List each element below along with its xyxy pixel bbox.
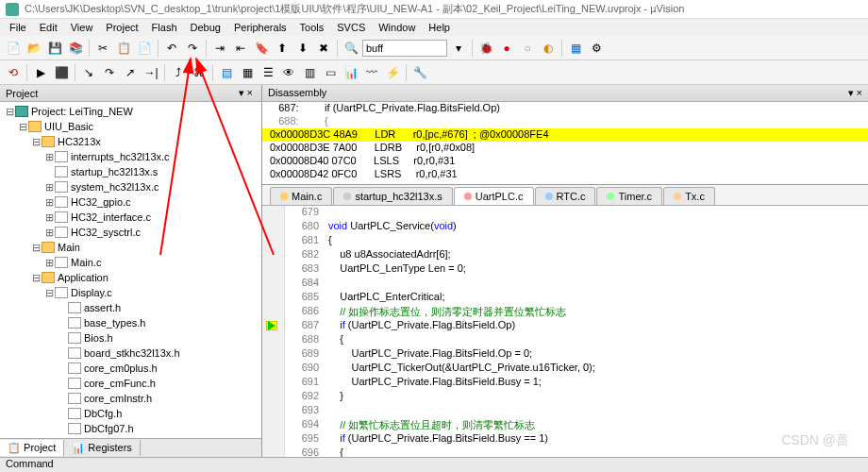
bottom-tab-project[interactable]: 📋 Project xyxy=(0,440,64,456)
stop-button[interactable]: ⬛ xyxy=(52,63,71,82)
menu-project[interactable]: Project xyxy=(100,20,143,35)
tree-item[interactable]: ⊞HC32_gpio.c xyxy=(2,194,259,210)
tree-item[interactable]: ⊞interrupts_hc32l13x.c xyxy=(2,149,259,164)
file-tab[interactable]: UartPLC.c xyxy=(454,187,534,205)
tree-item[interactable]: base_types.h xyxy=(2,315,259,330)
file-tab[interactable]: Timer.c xyxy=(596,187,662,205)
command-bar: Command xyxy=(0,457,868,472)
project-panel: Project ▾ × ⊟Project: LeiTing_NEW⊟UIU_Ba… xyxy=(0,85,262,457)
menu-view[interactable]: View xyxy=(65,20,99,35)
debug-button[interactable]: 🐞 xyxy=(476,39,495,58)
trace-button[interactable]: 〰 xyxy=(362,63,381,82)
code-editor[interactable]: 6796806816826836846856866876886896906916… xyxy=(262,206,868,457)
tree-item[interactable]: ⊟Display.c xyxy=(2,285,259,300)
file-tab[interactable]: Main.c xyxy=(270,187,332,205)
tree-item[interactable]: ⊟HC3213x xyxy=(2,134,259,149)
tree-item[interactable]: DbCfg.h xyxy=(2,406,259,421)
bookmark-button[interactable]: 🔖 xyxy=(252,39,271,58)
system-button[interactable]: ⚡ xyxy=(383,63,402,82)
watch-button[interactable]: 👁 xyxy=(279,63,298,82)
command-button[interactable]: ⌘ xyxy=(190,63,209,82)
line-numbers: 6796806816826836846856866876886896906916… xyxy=(285,206,325,457)
tree-item[interactable]: core_cmFunc.h xyxy=(2,376,259,391)
reset-button[interactable]: ⟲ xyxy=(4,63,23,82)
tree-item[interactable]: ⊞Main.c xyxy=(2,255,259,270)
open-button[interactable]: 📂 xyxy=(25,39,43,58)
run-to-cursor-button[interactable]: →| xyxy=(142,63,160,82)
new-button[interactable]: 📄 xyxy=(4,39,23,58)
tree-item[interactable]: assert.h xyxy=(2,300,259,315)
toolbox-button[interactable]: 🔧 xyxy=(410,63,429,82)
code-text[interactable]: void UartPLC_Service(void){ u8 u8Associa… xyxy=(325,206,868,457)
show-next-button[interactable]: ⤴ xyxy=(169,63,188,82)
tree-item[interactable]: startup_hc32l13x.s xyxy=(2,164,259,179)
menu-debug[interactable]: Debug xyxy=(185,20,226,35)
disasm-window-button[interactable]: ▤ xyxy=(217,63,236,82)
run-button[interactable]: ▶ xyxy=(31,63,50,82)
command-label: Command xyxy=(6,458,54,469)
tree-item[interactable]: ⊟Project: LeiTing_NEW xyxy=(2,104,259,119)
breakpoint-kill-button[interactable]: ◐ xyxy=(539,39,558,58)
indent-button[interactable]: ⇥ xyxy=(210,39,229,58)
step-over-button[interactable]: ↷ xyxy=(100,63,119,82)
menu-window[interactable]: Window xyxy=(373,20,421,35)
find-input[interactable] xyxy=(362,40,447,57)
file-tab[interactable]: startup_hc32l13x.s xyxy=(333,187,452,205)
menu-file[interactable]: File xyxy=(4,20,32,35)
tree-item[interactable]: board_stkhc32l13x.h xyxy=(2,346,259,361)
project-tree[interactable]: ⊟Project: LeiTing_NEW⊟UIU_Basic⊟HC3213x⊞… xyxy=(0,102,261,438)
watermark: CSDN @蔷 xyxy=(781,432,849,449)
step-out-button[interactable]: ↗ xyxy=(121,63,140,82)
find-button[interactable]: 🔍 xyxy=(342,39,360,58)
menu-peripherals[interactable]: Peripherals xyxy=(228,20,292,35)
menu-help[interactable]: Help xyxy=(423,20,456,35)
config-button[interactable]: ⚙ xyxy=(587,39,606,58)
tree-item[interactable]: ⊟Application xyxy=(2,270,259,285)
project-panel-close[interactable]: ▾ × xyxy=(236,87,256,99)
tree-item[interactable]: Bios.h xyxy=(2,330,259,346)
menu-tools[interactable]: Tools xyxy=(294,20,330,35)
tree-item[interactable]: ⊞HC32_interface.c xyxy=(2,210,259,225)
breakpoint-gutter[interactable] xyxy=(262,206,285,457)
tree-item[interactable]: ⊞system_hc32l13x.c xyxy=(2,179,259,194)
save-button[interactable]: 💾 xyxy=(45,39,64,58)
bookmark-prev-button[interactable]: ⬆ xyxy=(273,39,292,58)
bottom-tab-registers[interactable]: 📊 Registers xyxy=(64,440,141,456)
file-tab[interactable]: RTC.c xyxy=(535,187,596,205)
file-tab[interactable]: Tx.c xyxy=(663,187,715,205)
tree-item[interactable]: DbCfg07.h xyxy=(2,421,259,436)
analysis-button[interactable]: 📊 xyxy=(342,63,360,82)
tree-item[interactable]: ⊟UIU_Basic xyxy=(2,119,259,134)
breakpoint-button[interactable]: ● xyxy=(497,39,516,58)
window-button[interactable]: ▦ xyxy=(566,39,585,58)
step-in-button[interactable]: ↘ xyxy=(79,63,98,82)
menu-flash[interactable]: Flash xyxy=(146,20,183,35)
menu-edit[interactable]: Edit xyxy=(34,20,63,35)
app-icon xyxy=(6,3,19,16)
menu-svcs[interactable]: SVCS xyxy=(331,20,371,35)
regs-window-button[interactable]: ▦ xyxy=(238,63,257,82)
tree-item[interactable]: ⊞HC32_sysctrl.c xyxy=(2,225,259,240)
paste-button[interactable]: 📄 xyxy=(135,39,154,58)
disassembly-view[interactable]: 687: if (UartPLC_Private.Flag.BitsField.… xyxy=(262,102,868,185)
memory-button[interactable]: ▥ xyxy=(300,63,319,82)
file-tabs: Main.cstartup_hc32l13x.sUartPLC.cRTC.cTi… xyxy=(262,185,868,206)
debug-toolbar: ⟲ ▶ ⬛ ↘ ↷ ↗ →| ⤴ ⌘ ▤ ▦ ☰ 👁 ▥ ▭ 📊 〰 ⚡ 🔧 xyxy=(0,60,868,85)
serial-button[interactable]: ▭ xyxy=(321,63,340,82)
redo-button[interactable]: ↷ xyxy=(183,39,202,58)
bottom-tabs: 📋 Project📊 Registers xyxy=(0,438,261,457)
find-dropdown[interactable]: ▾ xyxy=(449,39,468,58)
bookmark-next-button[interactable]: ⬇ xyxy=(293,39,312,58)
tree-item[interactable]: core_cmInstr.h xyxy=(2,391,259,406)
disassembly-close[interactable]: ▾ × xyxy=(848,87,862,99)
tree-item[interactable]: core_cm0plus.h xyxy=(2,361,259,376)
call-stack-button[interactable]: ☰ xyxy=(259,63,277,82)
bookmark-clear-button[interactable]: ✖ xyxy=(314,39,333,58)
cut-button[interactable]: ✂ xyxy=(93,39,112,58)
outdent-button[interactable]: ⇤ xyxy=(231,39,250,58)
tree-item[interactable]: ⊟Main xyxy=(2,240,259,255)
undo-button[interactable]: ↶ xyxy=(162,39,181,58)
copy-button[interactable]: 📋 xyxy=(114,39,133,58)
save-all-button[interactable]: 📚 xyxy=(66,39,85,58)
breakpoint-disable-button[interactable]: ○ xyxy=(518,39,537,58)
